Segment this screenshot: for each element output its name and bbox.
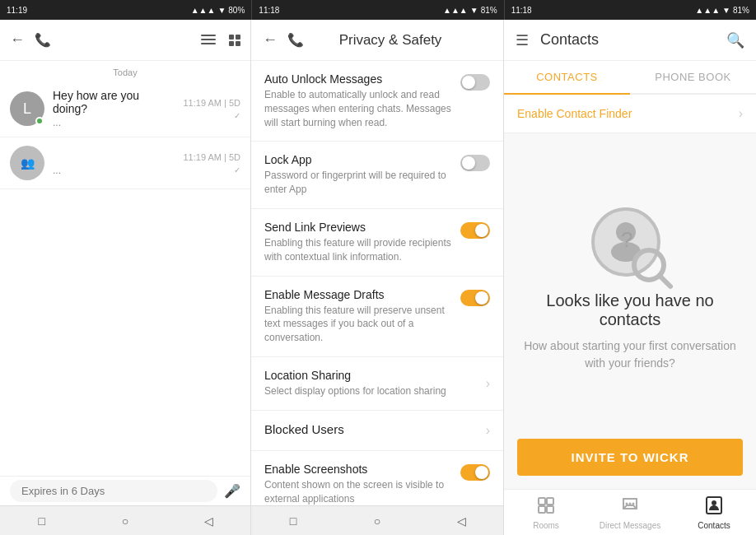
- chat-time-1: 11:19 AM | 5D: [183, 98, 240, 108]
- chat-name-1: Hey how are you doing?: [53, 89, 175, 115]
- wifi-icon-3: ▼: [722, 6, 730, 15]
- contacts-tabs: CONTACTS PHONE BOOK: [504, 61, 756, 95]
- expiry-bar: 🎤: [0, 476, 250, 505]
- setting-text-screenshots: Enable Screenshots Content shown on the …: [264, 463, 452, 505]
- setting-title-link-previews: Send Link Previews: [264, 221, 452, 234]
- status-bars: 11:19 ▲▲▲ ▼ 80% 11:18 ▲▲▲ ▼ 81% 11:18 ▲▲…: [0, 0, 756, 20]
- setting-auto-unlock: Auto Unlock Messages Enable to automatic…: [251, 61, 503, 142]
- chat-time-2: 11:19 AM | 5D: [183, 152, 240, 162]
- toggle-screenshots[interactable]: [460, 464, 490, 481]
- nav-back-1[interactable]: ◁: [200, 513, 217, 529]
- svg-line-5: [660, 276, 670, 286]
- svg-rect-6: [539, 498, 545, 505]
- toggle-link-previews[interactable]: [460, 222, 490, 239]
- signal-icon-3: ▲▲▲: [695, 6, 720, 15]
- lines-icon[interactable]: [201, 35, 216, 44]
- time-2: 11:18: [259, 6, 279, 15]
- avatar-2: 👥: [10, 146, 44, 180]
- status-bar-3: 11:18 ▲▲▲ ▼ 81%: [505, 0, 756, 20]
- toggle-lock-app[interactable]: [460, 155, 490, 171]
- direct-messages-label: Direct Messages: [600, 521, 660, 530]
- chat-check-2: ✓: [234, 165, 240, 174]
- nav-square-1[interactable]: □: [34, 513, 50, 529]
- back-button-privacy[interactable]: ←: [263, 31, 278, 49]
- chat-preview-2: ...: [53, 165, 175, 176]
- time-1: 11:19: [7, 6, 27, 15]
- battery-1: 80%: [228, 6, 245, 15]
- setting-text-blocked-users: Blocked Users: [264, 422, 478, 439]
- panel-privacy: ← 📞 Privacy & Safety Auto Unlock Message…: [251, 20, 504, 535]
- setting-desc-screenshots: Content shown on the screen is visible t…: [264, 478, 452, 505]
- nav-back-2[interactable]: ◁: [453, 513, 469, 529]
- toggle-auto-unlock[interactable]: [460, 74, 490, 91]
- nav-rooms[interactable]: Rooms: [504, 490, 588, 535]
- phone-icon-privacy[interactable]: 📞: [287, 32, 304, 48]
- setting-title-auto-unlock: Auto Unlock Messages: [264, 72, 452, 86]
- hamburger-icon[interactable]: ☰: [516, 31, 529, 49]
- phone-icon-chat[interactable]: 📞: [35, 32, 51, 48]
- setting-desc-message-drafts: Enabling this feature will preserve unse…: [264, 304, 452, 345]
- setting-title-location-sharing: Location Sharing: [264, 369, 478, 382]
- expiry-input[interactable]: [10, 480, 217, 502]
- contacts-nav-icon: [704, 495, 724, 519]
- setting-blocked-users[interactable]: Blocked Users ›: [251, 411, 503, 451]
- mic-icon[interactable]: 🎤: [224, 483, 240, 499]
- tab-contacts[interactable]: CONTACTS: [504, 61, 630, 93]
- chat-check-1: ✓: [234, 111, 240, 120]
- contacts-header: ☰ Contacts 🔍: [504, 20, 756, 61]
- privacy-header: ← 📞 Privacy & Safety: [251, 20, 503, 61]
- setting-text-message-drafts: Enable Message Drafts Enabling this feat…: [264, 288, 452, 345]
- setting-message-drafts: Enable Message Drafts Enabling this feat…: [251, 277, 503, 357]
- avatar-1: L: [10, 91, 44, 126]
- toggle-message-drafts[interactable]: [460, 290, 490, 306]
- nav-contacts[interactable]: Contacts: [672, 490, 756, 535]
- rooms-icon: [536, 495, 556, 519]
- privacy-title: Privacy & Safety: [314, 32, 467, 49]
- svg-point-11: [629, 502, 632, 505]
- chevron-location-sharing: ›: [486, 376, 490, 391]
- nav-direct-messages[interactable]: Direct Messages: [588, 490, 672, 535]
- nav-square-2[interactable]: □: [285, 513, 301, 529]
- status-icons-3: ▲▲▲ ▼ 81%: [695, 6, 749, 15]
- setting-text-lock-app: Lock App Password or fingerprint will be…: [264, 153, 452, 197]
- back-icon-chat[interactable]: ←: [10, 31, 25, 49]
- setting-text-location-sharing: Location Sharing Select display options …: [264, 369, 478, 398]
- setting-link-previews: Send Link Previews Enabling this feature…: [251, 209, 503, 277]
- chat-item-1[interactable]: L Hey how are you doing? ... 11:19 AM | …: [0, 81, 250, 137]
- setting-desc-auto-unlock: Enable to automatically unlock and read …: [264, 88, 452, 129]
- setting-text-link-previews: Send Link Previews Enabling this feature…: [264, 221, 452, 264]
- chat-info-2: ...: [53, 150, 175, 176]
- status-bar-1: 11:19 ▲▲▲ ▼ 80%: [0, 0, 252, 20]
- setting-lock-app: Lock App Password or fingerprint will be…: [251, 142, 503, 209]
- nav-circle-2[interactable]: ○: [369, 513, 385, 529]
- svg-text:?: ?: [621, 227, 632, 252]
- enable-contact-finder[interactable]: Enable Contact Finder ›: [504, 95, 756, 133]
- invite-button[interactable]: INVITE TO WICKR: [517, 439, 743, 476]
- ecf-chevron-icon: ›: [739, 106, 743, 121]
- svg-rect-9: [547, 506, 553, 513]
- tab-phonebook[interactable]: PHONE BOOK: [630, 61, 756, 93]
- signal-icon-1: ▲▲▲: [191, 6, 216, 15]
- search-icon[interactable]: 🔍: [726, 31, 744, 49]
- setting-title-blocked-users: Blocked Users: [264, 422, 478, 436]
- chat-item-2[interactable]: 👥 ... 11:19 AM | 5D ✓: [0, 137, 250, 189]
- android-nav-privacy: □ ○ ◁: [251, 505, 503, 535]
- android-nav-chat: □ ○ ◁: [0, 505, 250, 535]
- squares-icon[interactable]: [229, 35, 240, 46]
- chat-meta-1: 11:19 AM | 5D ✓: [183, 98, 240, 120]
- no-contacts-title: Looks like you have no contacts: [520, 291, 740, 329]
- panels: ← 📞 Today L: [0, 20, 756, 535]
- status-icons-2: ▲▲▲ ▼ 81%: [443, 6, 497, 15]
- chat-header-icons: [201, 35, 240, 46]
- no-contacts-subtitle: How about starting your first conversati…: [520, 337, 740, 372]
- chat-meta-2: 11:19 AM | 5D ✓: [183, 152, 240, 174]
- wifi-icon-1: ▼: [217, 6, 226, 15]
- no-contacts-illustration: ?: [585, 201, 675, 291]
- setting-text-auto-unlock: Auto Unlock Messages Enable to automatic…: [264, 72, 452, 129]
- svg-point-12: [632, 502, 635, 505]
- setting-location-sharing[interactable]: Location Sharing Select display options …: [251, 357, 503, 411]
- online-indicator-1: [35, 117, 44, 125]
- svg-rect-7: [547, 498, 553, 505]
- panel-chat: ← 📞 Today L: [0, 20, 251, 535]
- nav-circle-1[interactable]: ○: [117, 513, 133, 529]
